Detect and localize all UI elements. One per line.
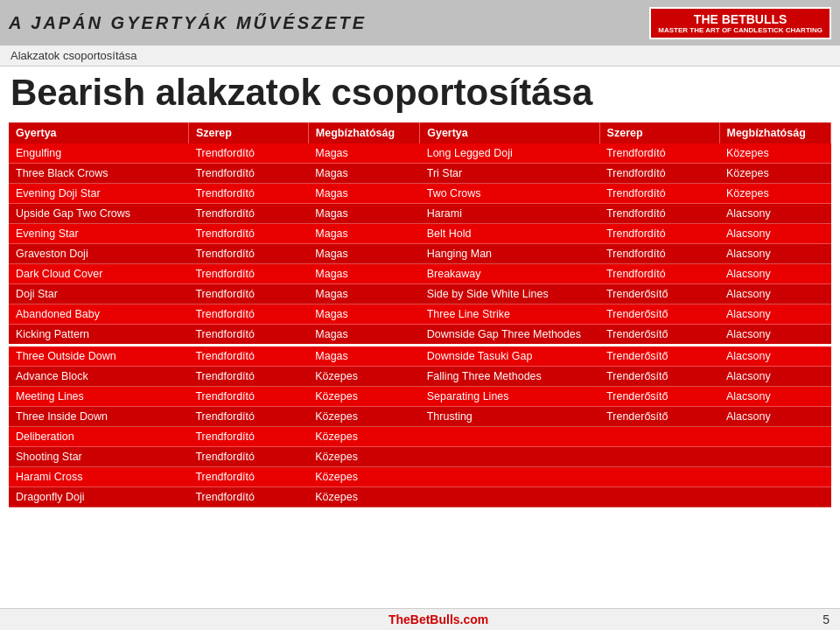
table-cell: Magas [308, 346, 419, 367]
breadcrumb: Alakzatok csoportosítása [0, 46, 840, 66]
table-cell: Harami [420, 204, 599, 224]
table-row: EngulfingTrendfordítóMagasLong Legged Do… [9, 144, 831, 164]
table-cell: Közepes [719, 164, 831, 184]
table-cell: Magas [308, 244, 419, 264]
table-cell: Shooting Star [9, 447, 188, 467]
table-cell: Three Line Strike [420, 304, 599, 325]
table-cell [420, 487, 599, 508]
table-cell: Deliberation [9, 427, 188, 447]
logo: THE BETBULLS MASTER THE ART OF CANDLESTI… [649, 7, 831, 39]
table-row: Doji StarTrendfordítóMagasSide by Side W… [9, 284, 831, 304]
table-row: Evening Doji StarTrendfordítóMagasTwo Cr… [9, 184, 831, 204]
table-cell: Trenderősítő [599, 387, 719, 407]
table-cell: Alacsony [719, 304, 831, 325]
table-cell: Thrusting [420, 407, 599, 427]
main-table-container: Gyertya Szerep Megbízhatóság Gyertya Sze… [0, 122, 840, 508]
table-cell: Magas [308, 224, 419, 244]
table-cell: Trenderősítő [599, 367, 719, 387]
table-cell: Magas [308, 284, 419, 304]
header-title: A JAPÁN GYERTYÁK MŰVÉSZETE [9, 13, 367, 33]
table-row: Shooting StarTrendfordítóKözepes [9, 447, 831, 467]
table-cell: Trendfordító [188, 184, 308, 204]
table-cell: Közepes [308, 447, 419, 467]
table-cell: Trendfordító [188, 346, 308, 367]
table-header-row: Gyertya Szerep Megbízhatóság Gyertya Sze… [9, 122, 831, 144]
table-row: Harami CrossTrendfordítóKözepes [9, 467, 831, 487]
table-cell: Közepes [308, 367, 419, 387]
table-cell: Trendfordító [599, 164, 719, 184]
table-row: DeliberationTrendfordítóKözepes [9, 427, 831, 447]
table-cell: Hanging Man [420, 244, 599, 264]
table-cell: Trendfordító [188, 387, 308, 407]
table-cell: Trendfordító [188, 467, 308, 487]
table-cell: Kicking Pattern [9, 325, 188, 346]
table-cell: Közepes [719, 144, 831, 164]
table-cell: Alacsony [719, 387, 831, 407]
table-cell: Harami Cross [9, 467, 188, 487]
table-cell: Közepes [308, 487, 419, 508]
table-cell: Alacsony [719, 325, 831, 346]
table-cell: Upside Gap Two Crows [9, 204, 188, 224]
table-cell: Dragonfly Doji [9, 487, 188, 508]
table-cell: Separating Lines [420, 387, 599, 407]
table-row: Three Black CrowsTrendfordítóMagasTri St… [9, 164, 831, 184]
table-cell: Trendfordító [599, 264, 719, 284]
col-header-megb1: Megbízhatóság [308, 122, 419, 144]
table-cell: Engulfing [9, 144, 188, 164]
table-cell: Trenderősítő [599, 407, 719, 427]
table-cell: Three Black Crows [9, 164, 188, 184]
table-cell: Trendfordító [188, 447, 308, 467]
table-cell: Alacsony [719, 224, 831, 244]
table-cell: Trendfordító [188, 304, 308, 325]
table-cell [719, 447, 831, 467]
col-header-megb2: Megbízhatóság [719, 122, 831, 144]
table-cell [599, 487, 719, 508]
table-cell: Downside Tasuki Gap [420, 346, 599, 367]
header: A JAPÁN GYERTYÁK MŰVÉSZETE THE BETBULLS … [0, 0, 840, 46]
table-cell: Trendfordító [188, 487, 308, 508]
table-cell: Alacsony [719, 264, 831, 284]
table-row: Evening StarTrendfordítóMagasBelt HoldTr… [9, 224, 831, 244]
table-row: Three Outside DownTrendfordítóMagasDowns… [9, 346, 831, 367]
table-cell: Trendfordító [188, 244, 308, 264]
table-row: Abandoned BabyTrendfordítóMagasThree Lin… [9, 304, 831, 325]
table-cell: Falling Three Methodes [420, 367, 599, 387]
table-cell: Alacsony [719, 284, 831, 304]
table-cell: Trendfordító [599, 144, 719, 164]
table-cell [599, 447, 719, 467]
table-cell: Trendfordító [188, 284, 308, 304]
table-cell: Trendfordító [599, 224, 719, 244]
table-row: Advance BlockTrendfordítóKözepesFalling … [9, 367, 831, 387]
table-row: Meeting LinesTrendfordítóKözepesSeparati… [9, 387, 831, 407]
table-cell: Közepes [719, 184, 831, 204]
table-cell: Magas [308, 144, 419, 164]
table-cell: Alacsony [719, 204, 831, 224]
table-cell: Közepes [308, 427, 419, 447]
table-row: Dragonfly DojiTrendfordítóKözepes [9, 487, 831, 508]
table-row: Dark Cloud CoverTrendfordítóMagasBreakaw… [9, 264, 831, 284]
table-cell: Two Crows [420, 184, 599, 204]
table-cell: Doji Star [9, 284, 188, 304]
table-row: Three Inside DownTrendfordítóKözepesThru… [9, 407, 831, 427]
table-cell: Trendfordító [188, 164, 308, 184]
main-table: Gyertya Szerep Megbízhatóság Gyertya Sze… [9, 122, 831, 508]
table-cell: Közepes [308, 407, 419, 427]
table-cell [599, 467, 719, 487]
table-row: Graveston DojiTrendfordítóMagasHanging M… [9, 244, 831, 264]
table-cell [420, 427, 599, 447]
logo-name: THE BETBULLS [658, 12, 822, 26]
table-row: Kicking PatternTrendfordítóMagasDownside… [9, 325, 831, 346]
table-cell: Alacsony [719, 407, 831, 427]
table-cell [420, 467, 599, 487]
table-cell: Alacsony [719, 244, 831, 264]
table-cell [599, 427, 719, 447]
table-cell: Belt Hold [420, 224, 599, 244]
table-cell: Three Inside Down [9, 407, 188, 427]
footer-page: 5 [822, 612, 830, 626]
col-header-gyertya1: Gyertya [9, 122, 188, 144]
table-cell: Magas [308, 304, 419, 325]
table-row: Upside Gap Two CrowsTrendfordítóMagasHar… [9, 204, 831, 224]
table-cell: Meeting Lines [9, 387, 188, 407]
table-cell: Tri Star [420, 164, 599, 184]
table-cell: Trendfordító [188, 367, 308, 387]
